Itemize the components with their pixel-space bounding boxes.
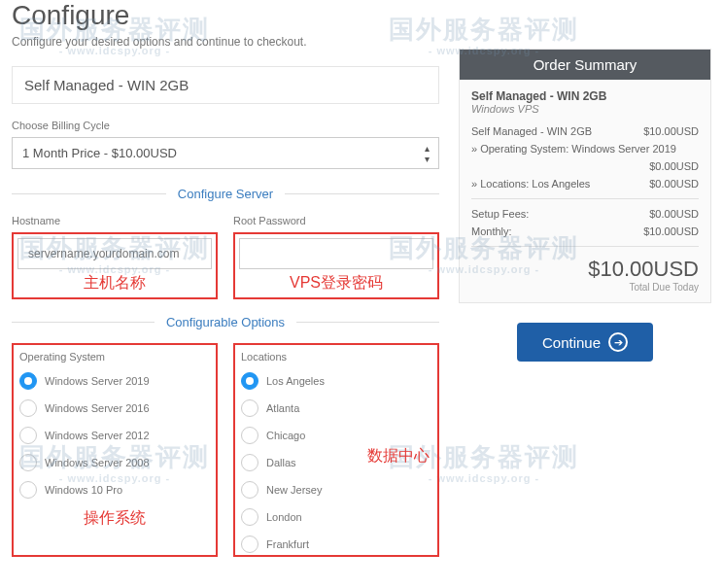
root-password-input[interactable] [239,238,433,269]
summary-product-name: Self Managed - WIN 2GB [471,89,699,103]
location-option-label: Los Angeles [266,375,325,387]
location-option-label: Dallas [266,457,296,468]
summary-setup-value: $0.00USD [649,208,699,220]
radio-icon [241,427,258,444]
hostname-input[interactable] [17,238,212,269]
os-option-label: Windows Server 2019 [45,375,150,387]
summary-setup-label: Setup Fees: [471,208,529,220]
summary-line: » Locations: Los Angeles$0.00USD [471,175,699,192]
os-caption-cn: 操作系统 [19,504,210,533]
root-password-label: Root Password [233,215,439,226]
location-option[interactable]: London [241,508,431,526]
page-subtitle: Configure your desired options and conti… [12,35,439,49]
continue-button[interactable]: Continue ➔ [517,323,653,362]
location-option[interactable]: New Jersey [241,481,431,499]
locations-group-label: Locations [241,351,431,363]
location-option-label: London [266,511,302,523]
password-caption-cn: VPS登录密码 [239,269,433,297]
location-option[interactable]: Los Angeles [241,372,431,390]
radio-icon [19,481,37,499]
summary-total-label: Total Due Today [471,282,699,293]
summary-line: » Operating System: Windows Server 2019 [471,140,699,157]
os-option[interactable]: Windows Server 2019 [19,372,210,390]
os-option-label: Windows Server 2016 [45,402,150,414]
summary-line: Self Managed - WIN 2GB$10.00USD [471,122,699,140]
location-caption-cn: 数据中心 [367,442,430,470]
location-option-label: New Jersey [266,484,322,496]
summary-line: $0.00USD [471,157,699,175]
radio-icon [241,481,258,499]
section-configure-server: Configure Server [12,187,439,201]
location-option[interactable]: Frankfurt [241,536,431,553]
radio-icon [241,536,258,553]
os-option[interactable]: Windows Server 2008 [19,454,210,471]
os-option[interactable]: Windows 10 Pro [19,481,210,499]
billing-cycle-label: Choose Billing Cycle [12,120,439,131]
os-option-label: Windows 10 Pro [45,484,122,496]
radio-icon [241,372,258,390]
location-option-label: Chicago [266,430,305,441]
radio-icon [241,508,258,526]
os-option[interactable]: Windows Server 2016 [19,399,210,417]
summary-monthly-value: $10.00USD [643,225,699,237]
page-title: Configure [12,0,439,31]
radio-icon [241,399,258,417]
summary-product-category: Windows VPS [471,103,699,115]
radio-icon [19,372,37,390]
summary-monthly-label: Monthly: [471,225,512,237]
os-option-label: Windows Server 2008 [45,457,150,468]
location-option[interactable]: Atlanta [241,399,431,417]
os-option[interactable]: Windows Server 2012 [19,427,210,444]
radio-icon [19,454,37,471]
section-configurable-options: Configurable Options [12,315,439,329]
order-summary-title: Order Summary [460,50,710,80]
radio-icon [19,427,37,444]
location-option-label: Frankfurt [266,538,309,550]
os-option-label: Windows Server 2012 [45,430,150,441]
arrow-right-circle-icon: ➔ [608,332,628,352]
radio-icon [19,399,37,417]
billing-cycle-select[interactable]: 1 Month Price - $10.00USD [12,137,439,169]
order-summary-panel: Order Summary Self Managed - WIN 2GB Win… [459,49,711,303]
product-name: Self Managed - WIN 2GB [12,66,439,104]
location-option-label: Atlanta [266,402,299,414]
summary-total-amount: $10.00USD [471,257,699,282]
os-group-label: Operating System [19,351,210,363]
hostname-caption-cn: 主机名称 [17,269,212,297]
hostname-label: Hostname [12,215,218,226]
radio-icon [241,454,258,471]
